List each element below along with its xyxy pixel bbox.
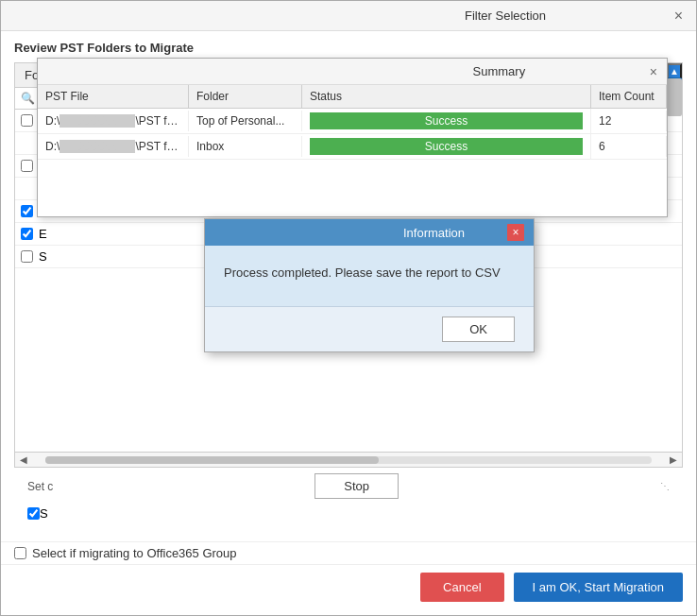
ok-button[interactable]: OK xyxy=(442,317,515,342)
set-criteria-row: Set c Stop ⋱ xyxy=(27,473,670,499)
office365-row: Select if migrating to Office365 Group xyxy=(1,541,696,564)
sr1-status: Success xyxy=(302,109,591,133)
action-buttons-row: Cancel I am OK, Start Migration xyxy=(1,564,696,615)
summary-col-pst: PST File xyxy=(38,85,189,108)
main-window: Filter Selection × Review PST Folders to… xyxy=(0,0,697,616)
office365-checkbox[interactable] xyxy=(14,547,26,559)
hscroll-left-arrow[interactable]: ◀ xyxy=(17,454,30,465)
summary-close-button[interactable]: × xyxy=(650,64,657,79)
bottom-section: Set c Stop ⋱ S xyxy=(14,468,683,528)
vscroll-up-arrow[interactable]: ▲ xyxy=(667,63,682,78)
info-close-button[interactable]: × xyxy=(507,224,524,241)
status-badge-success-2: Success xyxy=(310,138,583,155)
office365-label: Select if migrating to Office365 Group xyxy=(32,546,237,560)
sr2-pst: D:\XXXXX\PST files\MAILBO... xyxy=(38,136,189,157)
sr2-folder: Inbox xyxy=(189,136,302,157)
sr2-status: Success xyxy=(302,134,591,159)
sr1-folder: Top of Personal... xyxy=(189,111,302,131)
info-body: Process completed. Please save the repor… xyxy=(205,246,534,306)
window-title: Filter Selection xyxy=(340,9,670,23)
info-title: Information xyxy=(361,226,507,240)
title-bar: Filter Selection × xyxy=(1,1,696,31)
summary-title: Summary xyxy=(348,64,650,78)
sr1-count: 12 xyxy=(591,111,667,131)
search-icon-folder: 🔍 xyxy=(21,92,35,105)
sr1-pst: D:\XXXXX\PST files\MAILBO... xyxy=(38,111,189,131)
information-dialog: Information × Process completed. Please … xyxy=(204,218,535,352)
checkbox-e2[interactable] xyxy=(21,228,33,240)
hscroll-right-arrow[interactable]: ▶ xyxy=(667,454,680,465)
resize-handle: ⋱ xyxy=(660,481,670,491)
status-badge-success-1: Success xyxy=(310,112,583,129)
summary-empty-area xyxy=(38,160,667,216)
sub-options-row: S xyxy=(27,505,670,522)
cb-label-s: S xyxy=(39,249,47,264)
sub-checkbox[interactable] xyxy=(27,507,40,520)
vscroll-track xyxy=(667,78,682,87)
sr2-count: 6 xyxy=(591,136,667,157)
checkbox-e1[interactable] xyxy=(21,205,33,217)
checkbox-s[interactable] xyxy=(21,250,33,263)
summary-row-1: D:\XXXXX\PST files\MAILBO... Top of Pers… xyxy=(38,109,667,134)
checkbox-d[interactable] xyxy=(21,114,33,127)
info-footer: OK xyxy=(205,306,534,351)
info-title-bar: Information × xyxy=(205,219,534,246)
summary-row-2: D:\XXXXX\PST files\MAILBO... Inbox Succe… xyxy=(38,134,667,160)
hscroll-thumb[interactable] xyxy=(45,456,379,464)
section-title: Review PST Folders to Migrate xyxy=(14,41,683,55)
info-message: Process completed. Please save the repor… xyxy=(224,265,515,282)
window-close-button[interactable]: × xyxy=(671,9,687,24)
hscroll-track xyxy=(45,456,652,464)
start-migration-button[interactable]: I am OK, Start Migration xyxy=(514,573,683,602)
set-criteria-label: Set c xyxy=(27,480,53,493)
summary-col-status: Status xyxy=(302,85,591,108)
summary-dialog: Summary × PST File Folder Status Item Co… xyxy=(37,58,668,217)
cb-label-e2: E xyxy=(39,227,47,241)
summary-col-count: Item Count xyxy=(591,85,667,108)
summary-col-folder: Folder xyxy=(189,85,302,108)
cancel-button[interactable]: Cancel xyxy=(420,573,503,602)
vscroll-thumb[interactable] xyxy=(667,78,682,116)
checkbox-it[interactable] xyxy=(21,160,33,172)
horizontal-scrollbar[interactable]: ◀ ▶ xyxy=(15,452,682,467)
sub-label: S xyxy=(40,506,48,521)
summary-table-header: PST File Folder Status Item Count xyxy=(38,85,667,109)
stop-button[interactable]: Stop xyxy=(314,473,399,499)
summary-title-bar: Summary × xyxy=(38,59,667,85)
